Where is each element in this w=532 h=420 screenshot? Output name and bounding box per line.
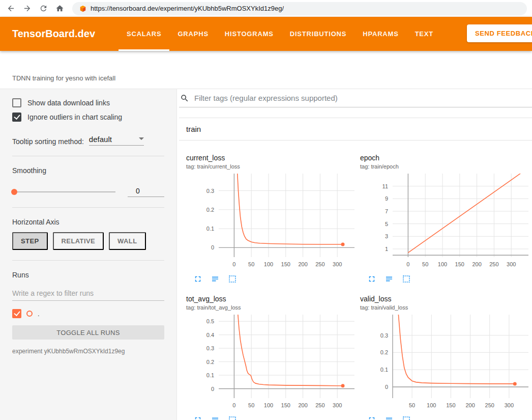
fit-domain-icon[interactable] — [228, 274, 237, 284]
tooltip-sorting-label: Tooltip sorting method: — [12, 137, 84, 146]
svg-text:0.1: 0.1 — [206, 226, 214, 232]
toggle-all-runs-button[interactable]: TOGGLE ALL RUNS — [12, 325, 164, 340]
svg-text:100: 100 — [264, 402, 273, 408]
svg-text:250: 250 — [315, 261, 324, 267]
smoothing-slider-thumb[interactable] — [11, 189, 17, 195]
tab-distributions[interactable]: DISTRIBUTIONS — [282, 17, 355, 51]
ignore-outliers-label: Ignore outliers in chart scaling — [27, 113, 122, 121]
run-color-swatch — [26, 311, 33, 317]
tab-hparams[interactable]: HPARAMS — [354, 17, 406, 51]
svg-text:150: 150 — [281, 402, 290, 408]
svg-text:300: 300 — [507, 261, 516, 267]
axis-relative-button[interactable]: RELATIVE — [53, 232, 104, 250]
svg-text:0.5: 0.5 — [206, 318, 214, 324]
forward-icon[interactable] — [19, 2, 35, 16]
svg-text:150: 150 — [281, 261, 290, 267]
svg-text:0.3: 0.3 — [206, 188, 214, 194]
svg-text:250: 250 — [485, 402, 494, 408]
svg-text:0: 0 — [232, 402, 235, 408]
tensorboard-logo[interactable]: TensorBoard.dev — [12, 28, 95, 40]
tooltip-sorting-select[interactable]: default — [89, 135, 144, 146]
tensorboard-favicon — [79, 5, 86, 12]
horizontal-lines-icon[interactable] — [385, 274, 394, 284]
filter-tags-row — [179, 89, 532, 107]
svg-text:0: 0 — [232, 261, 235, 267]
line-chart[interactable]: 5010015020025030000.10.20.3 — [360, 312, 531, 412]
url-text: https://tensorboard.dev/experiment/yKUbh… — [91, 5, 284, 12]
svg-text:7: 7 — [385, 208, 388, 214]
svg-text:50: 50 — [422, 261, 428, 267]
svg-text:100: 100 — [438, 261, 447, 267]
run-name: . — [38, 310, 40, 318]
axis-wall-button[interactable]: WALL — [109, 232, 145, 250]
smoothing-slider[interactable] — [12, 191, 115, 192]
horizontal-lines-icon[interactable] — [211, 274, 220, 284]
tab-graphs[interactable]: GRAPHS — [169, 17, 216, 51]
svg-text:1: 1 — [385, 246, 388, 252]
show-download-links-label: Show data download links — [27, 99, 110, 107]
divider — [12, 207, 164, 208]
svg-text:0.3: 0.3 — [380, 332, 388, 339]
ignore-outliers-checkbox[interactable] — [12, 113, 21, 122]
chart-title: current_loss — [186, 154, 357, 162]
chart-title: tot_avg_loss — [186, 295, 357, 303]
svg-text:0: 0 — [385, 384, 388, 390]
fit-domain-icon[interactable] — [402, 274, 411, 284]
horizontal-axis-label: Horizontal Axis — [12, 218, 164, 226]
svg-text:0.4: 0.4 — [206, 332, 214, 338]
fullscreen-icon[interactable] — [193, 274, 202, 284]
divider — [12, 156, 164, 156]
search-icon — [180, 94, 189, 103]
chart-title: epoch — [360, 154, 531, 162]
horizontal-lines-icon[interactable] — [385, 415, 394, 420]
train-section-header[interactable]: train — [179, 118, 532, 141]
fit-domain-icon[interactable] — [228, 415, 237, 420]
svg-text:9: 9 — [385, 195, 388, 202]
svg-text:0: 0 — [211, 386, 214, 392]
back-icon[interactable] — [3, 2, 18, 16]
line-chart[interactable]: 05010015020025030000.10.20.30.40.5 — [186, 312, 357, 412]
run-checkbox[interactable] — [12, 309, 21, 318]
svg-text:0.3: 0.3 — [206, 345, 214, 351]
svg-text:50: 50 — [248, 261, 254, 267]
run-list-item: . — [12, 309, 164, 318]
divider — [12, 260, 164, 261]
line-chart[interactable]: 0501001502002503001357911 — [360, 171, 531, 271]
reload-icon[interactable] — [36, 2, 51, 16]
svg-text:0.2: 0.2 — [380, 349, 388, 355]
runs-filter-input[interactable] — [12, 286, 164, 301]
chart-toolbar — [193, 415, 357, 420]
svg-text:150: 150 — [455, 261, 464, 267]
svg-text:0.2: 0.2 — [206, 359, 214, 365]
tab-scalars[interactable]: SCALARS — [119, 17, 169, 51]
scalar-chart-card: epoch tag: train/epoch 05010015020025030… — [360, 154, 531, 284]
browser-toolbar: https://tensorboard.dev/experiment/yKUbh… — [0, 0, 532, 17]
smoothing-value-input[interactable]: 0 — [128, 187, 164, 197]
nav-tabs: SCALARS GRAPHS HISTOGRAMS DISTRIBUTIONS … — [119, 17, 441, 51]
show-download-links-checkbox[interactable] — [12, 98, 21, 107]
home-icon[interactable] — [52, 2, 67, 16]
app-header: TensorBoard.dev SCALARS GRAPHS HISTOGRAM… — [0, 17, 532, 51]
line-chart[interactable]: 05010015020025030000.10.20.3 — [186, 171, 357, 271]
svg-text:300: 300 — [333, 261, 342, 267]
send-feedback-button[interactable]: SEND FEEDBACK — [467, 24, 532, 42]
chart-tag: tag: train/epoch — [360, 163, 531, 170]
fit-domain-icon[interactable] — [402, 415, 411, 420]
fullscreen-icon[interactable] — [193, 415, 202, 420]
svg-text:0.1: 0.1 — [380, 367, 388, 373]
tooltip-sorting-value: default — [89, 135, 112, 144]
main-panel: train current_loss tag: train/current_lo… — [177, 89, 532, 420]
fullscreen-icon[interactable] — [367, 415, 376, 420]
axis-step-button[interactable]: STEP — [12, 232, 48, 250]
fullscreen-icon[interactable] — [367, 274, 376, 284]
tab-text[interactable]: TEXT — [407, 17, 441, 51]
svg-text:200: 200 — [465, 402, 475, 408]
svg-text:0.2: 0.2 — [206, 207, 214, 213]
tab-histograms[interactable]: HISTOGRAMS — [217, 17, 282, 51]
address-bar[interactable]: https://tensorboard.dev/experiment/yKUbh… — [72, 2, 527, 15]
filter-tags-input[interactable] — [194, 94, 532, 102]
horizontal-lines-icon[interactable] — [211, 415, 220, 420]
svg-text:200: 200 — [298, 402, 307, 408]
chart-toolbar — [367, 415, 531, 420]
svg-text:0.1: 0.1 — [206, 372, 214, 378]
